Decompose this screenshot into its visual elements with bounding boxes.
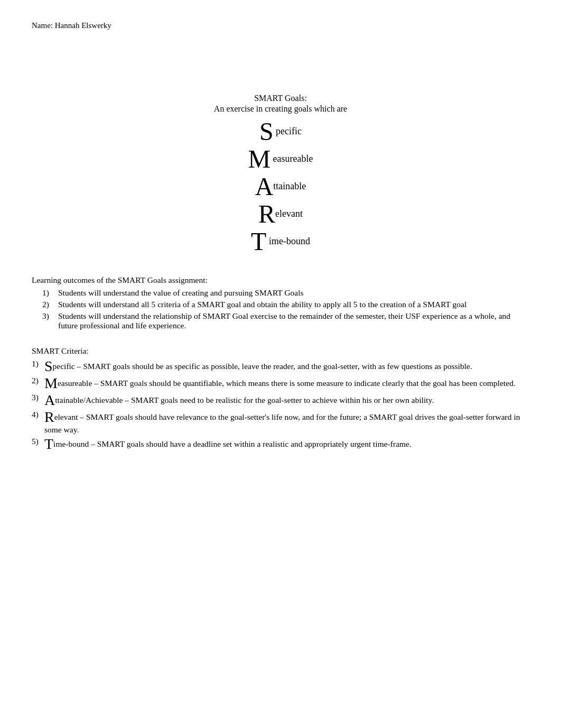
big-letter-m: M — [248, 145, 270, 173]
smart-row-m: M easureable — [32, 146, 529, 172]
criteria-num: 5) — [32, 437, 44, 446]
list-item: 2) Students will understand all 5 criter… — [32, 300, 529, 309]
criteria-content: Attainable/Achievable – SMART goals need… — [44, 393, 529, 408]
smart-row-r: Relevant — [32, 201, 529, 227]
learning-list: 1) Students will understand the value of… — [32, 288, 529, 330]
criteria-item: 1) Specific – SMART goals should be as s… — [32, 359, 529, 374]
list-content: Students will understand all 5 criteria … — [58, 300, 529, 309]
big-letter-t: T — [251, 227, 266, 255]
criteria-content: Relevant – SMART goals should have relev… — [44, 410, 529, 435]
criteria-list: 1) Specific – SMART goals should be as s… — [32, 359, 529, 451]
small-part-t: ime-bound — [266, 236, 310, 246]
criteria-num: 3) — [32, 393, 44, 402]
smart-row-t: T ime-bound — [32, 229, 529, 254]
list-num: 1) — [32, 288, 58, 298]
criteria-big-letter: T — [44, 436, 53, 452]
criteria-num: 2) — [32, 376, 44, 385]
smart-row-a: Attainable — [32, 174, 529, 199]
list-content: Students will understand the value of cr… — [58, 288, 529, 298]
criteria-rest: elevant – SMART goals should have releva… — [44, 412, 520, 434]
criteria-rest: easureable – SMART goals should be quant… — [58, 379, 516, 388]
big-letter-r: R — [258, 200, 275, 228]
criteria-item: 2) Measureable – SMART goals should be q… — [32, 376, 529, 391]
student-name: Name: Hannah Elswerky — [32, 21, 529, 30]
small-part-a: ttainable — [273, 181, 306, 191]
learning-section: Learning outcomes of the SMART Goals ass… — [32, 275, 529, 330]
criteria-item: 3) Attainable/Achievable – SMART goals n… — [32, 393, 529, 408]
learning-header: Learning outcomes of the SMART Goals ass… — [32, 275, 529, 285]
big-letter-s: S — [259, 117, 274, 145]
small-part-m: easureable — [270, 153, 313, 164]
smart-acronym: S pecific M easureable Attainable Releva… — [32, 119, 529, 254]
criteria-big-letter: S — [44, 358, 53, 374]
criteria-header: SMART Criteria: — [32, 346, 529, 356]
list-item: 3) Students will understand the relation… — [32, 311, 529, 330]
criteria-num: 4) — [32, 410, 44, 419]
criteria-content: Specific – SMART goals should be as spec… — [44, 359, 529, 374]
criteria-item: 4) Relevant – SMART goals should have re… — [32, 410, 529, 435]
criteria-big-letter: R — [44, 409, 54, 425]
criteria-rest: ttainable/Achievable – SMART goals need … — [55, 395, 434, 404]
small-part-s: pecific — [274, 126, 302, 136]
title-section: SMART Goals: An exercise in creating goa… — [32, 94, 529, 254]
list-content: Students will understand the relationshi… — [58, 311, 529, 330]
criteria-rest: pecific – SMART goals should be as speci… — [53, 362, 472, 371]
list-num: 3) — [32, 311, 58, 321]
big-letter-a: A — [255, 172, 274, 200]
list-num: 2) — [32, 300, 58, 309]
criteria-content: Time-bound – SMART goals should have a d… — [44, 437, 529, 451]
criteria-num: 1) — [32, 359, 44, 368]
criteria-big-letter: M — [44, 375, 58, 391]
title-line2: An exercise in creating goals which are — [32, 104, 529, 114]
criteria-content: Measureable – SMART goals should be quan… — [44, 376, 529, 391]
title-line1: SMART Goals: — [32, 94, 529, 103]
small-part-r: elevant — [275, 208, 303, 219]
criteria-section: SMART Criteria: 1) Specific – SMART goal… — [32, 346, 529, 451]
criteria-rest: ime-bound – SMART goals should have a de… — [53, 439, 412, 448]
criteria-big-letter: A — [44, 392, 55, 408]
list-item: 1) Students will understand the value of… — [32, 288, 529, 298]
criteria-item: 5) Time-bound – SMART goals should have … — [32, 437, 529, 451]
smart-row-s: S pecific — [32, 119, 529, 144]
